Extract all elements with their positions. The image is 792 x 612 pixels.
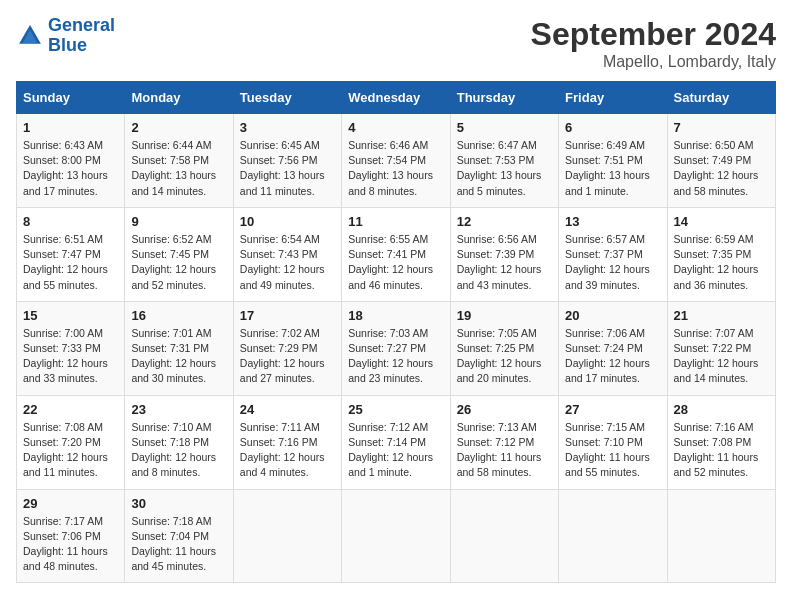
day-cell-27: 27 Sunrise: 7:15 AM Sunset: 7:10 PM Dayl…: [559, 395, 667, 489]
day-number: 25: [348, 402, 443, 417]
day-number: 7: [674, 120, 769, 135]
day-cell-15: 15 Sunrise: 7:00 AM Sunset: 7:33 PM Dayl…: [17, 301, 125, 395]
day-number: 16: [131, 308, 226, 323]
day-number: 27: [565, 402, 660, 417]
day-number: 22: [23, 402, 118, 417]
day-cell-10: 10 Sunrise: 6:54 AM Sunset: 7:43 PM Dayl…: [233, 207, 341, 301]
location: Mapello, Lombardy, Italy: [531, 53, 776, 71]
day-info: Sunrise: 7:13 AM Sunset: 7:12 PM Dayligh…: [457, 420, 552, 481]
day-info: Sunrise: 7:16 AM Sunset: 7:08 PM Dayligh…: [674, 420, 769, 481]
day-info: Sunrise: 7:06 AM Sunset: 7:24 PM Dayligh…: [565, 326, 660, 387]
empty-cell: [559, 489, 667, 583]
empty-cell: [233, 489, 341, 583]
day-info: Sunrise: 7:05 AM Sunset: 7:25 PM Dayligh…: [457, 326, 552, 387]
weekday-header-row: Sunday Monday Tuesday Wednesday Thursday…: [17, 82, 776, 114]
calendar-week-row: 8 Sunrise: 6:51 AM Sunset: 7:47 PM Dayli…: [17, 207, 776, 301]
day-number: 15: [23, 308, 118, 323]
day-info: Sunrise: 7:17 AM Sunset: 7:06 PM Dayligh…: [23, 514, 118, 575]
day-number: 21: [674, 308, 769, 323]
day-cell-17: 17 Sunrise: 7:02 AM Sunset: 7:29 PM Dayl…: [233, 301, 341, 395]
day-info: Sunrise: 6:54 AM Sunset: 7:43 PM Dayligh…: [240, 232, 335, 293]
day-info: Sunrise: 7:01 AM Sunset: 7:31 PM Dayligh…: [131, 326, 226, 387]
page-header: General Blue September 2024 Mapello, Lom…: [16, 16, 776, 71]
calendar-week-row: 22 Sunrise: 7:08 AM Sunset: 7:20 PM Dayl…: [17, 395, 776, 489]
day-info: Sunrise: 7:11 AM Sunset: 7:16 PM Dayligh…: [240, 420, 335, 481]
day-cell-20: 20 Sunrise: 7:06 AM Sunset: 7:24 PM Dayl…: [559, 301, 667, 395]
header-saturday: Saturday: [667, 82, 775, 114]
day-info: Sunrise: 6:56 AM Sunset: 7:39 PM Dayligh…: [457, 232, 552, 293]
day-cell-21: 21 Sunrise: 7:07 AM Sunset: 7:22 PM Dayl…: [667, 301, 775, 395]
day-cell-1: 1 Sunrise: 6:43 AM Sunset: 8:00 PM Dayli…: [17, 114, 125, 208]
calendar-week-row: 15 Sunrise: 7:00 AM Sunset: 7:33 PM Dayl…: [17, 301, 776, 395]
day-info: Sunrise: 6:49 AM Sunset: 7:51 PM Dayligh…: [565, 138, 660, 199]
empty-cell: [667, 489, 775, 583]
day-number: 20: [565, 308, 660, 323]
day-info: Sunrise: 6:45 AM Sunset: 7:56 PM Dayligh…: [240, 138, 335, 199]
day-info: Sunrise: 7:02 AM Sunset: 7:29 PM Dayligh…: [240, 326, 335, 387]
day-cell-26: 26 Sunrise: 7:13 AM Sunset: 7:12 PM Dayl…: [450, 395, 558, 489]
day-info: Sunrise: 6:55 AM Sunset: 7:41 PM Dayligh…: [348, 232, 443, 293]
day-info: Sunrise: 6:52 AM Sunset: 7:45 PM Dayligh…: [131, 232, 226, 293]
logo: General Blue: [16, 16, 115, 56]
day-number: 12: [457, 214, 552, 229]
day-cell-30: 30 Sunrise: 7:18 AM Sunset: 7:04 PM Dayl…: [125, 489, 233, 583]
day-info: Sunrise: 7:12 AM Sunset: 7:14 PM Dayligh…: [348, 420, 443, 481]
day-info: Sunrise: 7:07 AM Sunset: 7:22 PM Dayligh…: [674, 326, 769, 387]
day-info: Sunrise: 6:43 AM Sunset: 8:00 PM Dayligh…: [23, 138, 118, 199]
day-cell-23: 23 Sunrise: 7:10 AM Sunset: 7:18 PM Dayl…: [125, 395, 233, 489]
day-cell-6: 6 Sunrise: 6:49 AM Sunset: 7:51 PM Dayli…: [559, 114, 667, 208]
day-cell-4: 4 Sunrise: 6:46 AM Sunset: 7:54 PM Dayli…: [342, 114, 450, 208]
day-info: Sunrise: 6:57 AM Sunset: 7:37 PM Dayligh…: [565, 232, 660, 293]
calendar-week-row: 29 Sunrise: 7:17 AM Sunset: 7:06 PM Dayl…: [17, 489, 776, 583]
day-info: Sunrise: 6:46 AM Sunset: 7:54 PM Dayligh…: [348, 138, 443, 199]
logo-text: General Blue: [48, 16, 115, 56]
day-cell-25: 25 Sunrise: 7:12 AM Sunset: 7:14 PM Dayl…: [342, 395, 450, 489]
day-number: 18: [348, 308, 443, 323]
header-thursday: Thursday: [450, 82, 558, 114]
month-title: September 2024: [531, 16, 776, 53]
day-cell-18: 18 Sunrise: 7:03 AM Sunset: 7:27 PM Dayl…: [342, 301, 450, 395]
day-number: 2: [131, 120, 226, 135]
day-cell-8: 8 Sunrise: 6:51 AM Sunset: 7:47 PM Dayli…: [17, 207, 125, 301]
calendar-table: Sunday Monday Tuesday Wednesday Thursday…: [16, 81, 776, 583]
day-cell-14: 14 Sunrise: 6:59 AM Sunset: 7:35 PM Dayl…: [667, 207, 775, 301]
day-number: 26: [457, 402, 552, 417]
day-number: 17: [240, 308, 335, 323]
header-sunday: Sunday: [17, 82, 125, 114]
day-number: 30: [131, 496, 226, 511]
day-number: 19: [457, 308, 552, 323]
day-number: 4: [348, 120, 443, 135]
day-number: 3: [240, 120, 335, 135]
day-cell-12: 12 Sunrise: 6:56 AM Sunset: 7:39 PM Dayl…: [450, 207, 558, 301]
day-info: Sunrise: 6:47 AM Sunset: 7:53 PM Dayligh…: [457, 138, 552, 199]
day-cell-19: 19 Sunrise: 7:05 AM Sunset: 7:25 PM Dayl…: [450, 301, 558, 395]
day-cell-13: 13 Sunrise: 6:57 AM Sunset: 7:37 PM Dayl…: [559, 207, 667, 301]
day-cell-28: 28 Sunrise: 7:16 AM Sunset: 7:08 PM Dayl…: [667, 395, 775, 489]
empty-cell: [450, 489, 558, 583]
day-cell-5: 5 Sunrise: 6:47 AM Sunset: 7:53 PM Dayli…: [450, 114, 558, 208]
day-cell-24: 24 Sunrise: 7:11 AM Sunset: 7:16 PM Dayl…: [233, 395, 341, 489]
day-info: Sunrise: 7:18 AM Sunset: 7:04 PM Dayligh…: [131, 514, 226, 575]
title-block: September 2024 Mapello, Lombardy, Italy: [531, 16, 776, 71]
day-number: 11: [348, 214, 443, 229]
logo-icon: [16, 22, 44, 50]
day-info: Sunrise: 7:10 AM Sunset: 7:18 PM Dayligh…: [131, 420, 226, 481]
day-number: 29: [23, 496, 118, 511]
header-friday: Friday: [559, 82, 667, 114]
day-info: Sunrise: 7:00 AM Sunset: 7:33 PM Dayligh…: [23, 326, 118, 387]
day-cell-29: 29 Sunrise: 7:17 AM Sunset: 7:06 PM Dayl…: [17, 489, 125, 583]
day-cell-7: 7 Sunrise: 6:50 AM Sunset: 7:49 PM Dayli…: [667, 114, 775, 208]
day-number: 14: [674, 214, 769, 229]
header-tuesday: Tuesday: [233, 82, 341, 114]
day-cell-16: 16 Sunrise: 7:01 AM Sunset: 7:31 PM Dayl…: [125, 301, 233, 395]
day-number: 28: [674, 402, 769, 417]
day-number: 9: [131, 214, 226, 229]
empty-cell: [342, 489, 450, 583]
day-info: Sunrise: 6:50 AM Sunset: 7:49 PM Dayligh…: [674, 138, 769, 199]
day-info: Sunrise: 6:44 AM Sunset: 7:58 PM Dayligh…: [131, 138, 226, 199]
day-info: Sunrise: 7:03 AM Sunset: 7:27 PM Dayligh…: [348, 326, 443, 387]
day-cell-11: 11 Sunrise: 6:55 AM Sunset: 7:41 PM Dayl…: [342, 207, 450, 301]
day-number: 6: [565, 120, 660, 135]
day-cell-22: 22 Sunrise: 7:08 AM Sunset: 7:20 PM Dayl…: [17, 395, 125, 489]
day-info: Sunrise: 6:59 AM Sunset: 7:35 PM Dayligh…: [674, 232, 769, 293]
